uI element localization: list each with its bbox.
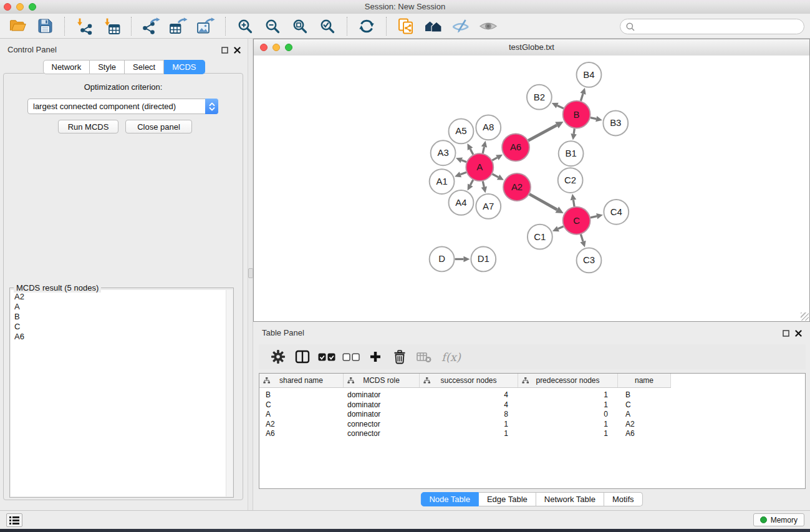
table-tab-network-table[interactable]: Network Table [536, 492, 604, 506]
network-canvas[interactable]: B4B2BB3B1A5A8A6A3AA1A2C2A4A7C4CC1C3DD1 [254, 56, 809, 321]
add-row-button[interactable] [366, 347, 385, 366]
table-row-A[interactable]: Adominator80A [259, 410, 805, 420]
table-panel-float-button[interactable] [781, 329, 790, 337]
mcds-result-item-a[interactable]: A [14, 302, 226, 312]
column-label: predecessor nodes [536, 376, 599, 385]
zoom-fit-icon [292, 18, 308, 34]
table-row-A6[interactable]: A6connector11A6 [259, 429, 805, 439]
export-image-button[interactable] [195, 16, 217, 37]
home-views-button[interactable] [422, 16, 445, 37]
table-row-A2[interactable]: A2connector11A2 [259, 420, 805, 430]
import-network-button[interactable] [73, 16, 95, 37]
divider-grabber[interactable] [248, 268, 253, 278]
zoom-fit-button[interactable] [289, 16, 311, 37]
table-options-button[interactable] [269, 347, 287, 366]
control-panel-close-button[interactable] [233, 46, 241, 54]
graph-edge-B-B3 [591, 118, 596, 119]
control-tab-network[interactable]: Network [42, 60, 90, 74]
zoom-selected-button[interactable] [316, 16, 339, 37]
column-header-MCDS-role[interactable]: MCDS role [344, 374, 420, 387]
control-tab-select[interactable]: Select [125, 60, 164, 74]
column-label: name [635, 376, 653, 385]
cell: A6 [259, 429, 344, 439]
graph-node-label-A2: A2 [511, 181, 523, 192]
zoom-in-button[interactable] [234, 16, 256, 37]
control-tab-style[interactable]: Style [90, 60, 125, 74]
import-table-button[interactable] [100, 16, 123, 37]
run-mcds-button[interactable]: Run MCDS [58, 120, 118, 133]
panel-split-divider[interactable] [248, 39, 253, 510]
open-session-button[interactable] [6, 16, 29, 37]
cell: 4 [420, 390, 518, 400]
export-table-button[interactable] [167, 16, 190, 37]
optimization-criterion-label: Optimization criterion: [4, 82, 243, 92]
app-titlebar: Session: New Session [0, 0, 810, 14]
close-panel-button[interactable]: Close panel [125, 120, 192, 133]
graph-node-label-A5: A5 [455, 125, 466, 136]
show-columns-button[interactable] [293, 347, 312, 366]
export-network-button[interactable] [140, 16, 162, 37]
cell: B [618, 390, 671, 400]
column-label: shared name [279, 376, 323, 385]
apply-layout-button[interactable] [355, 16, 378, 37]
function-builder-button[interactable]: f(x) [439, 347, 461, 366]
mcds-result-item-b[interactable]: B [14, 312, 226, 322]
table-tab-motifs[interactable]: Motifs [604, 492, 643, 506]
control-panel-float-button[interactable] [220, 46, 229, 54]
graph-edge-A-A7 [483, 181, 484, 187]
search-field[interactable] [620, 19, 804, 34]
delete-table-button[interactable] [415, 347, 433, 366]
mcds-result-item-c[interactable]: C [14, 322, 226, 332]
network-window-title: testGlobe.txt [254, 42, 809, 52]
show-hide-graphics-button[interactable] [477, 16, 499, 37]
table-tab-node-table[interactable]: Node Table [420, 492, 479, 506]
table-row-B[interactable]: Bdominator41B [259, 390, 805, 400]
zoom-out-button[interactable] [261, 16, 284, 37]
graph-edge-B-B2 [557, 105, 564, 109]
memory-status-button[interactable]: Memory [753, 513, 804, 526]
network-window-titlebar[interactable]: testGlobe.txt [254, 39, 809, 56]
clone-network-button[interactable] [395, 16, 417, 37]
graph-edge-B-B1 [574, 128, 574, 134]
unchecked-boxes-icon [342, 353, 360, 361]
cell: 8 [420, 410, 518, 420]
column-header-name[interactable]: name [618, 374, 671, 387]
graph-node-label-B2: B2 [534, 92, 545, 102]
graph-node-label-A8: A8 [483, 122, 494, 132]
graph-edge-A-A5 [470, 149, 473, 155]
criterion-dropdown[interactable]: largest connected component (directed) [27, 99, 218, 114]
open-folder-icon [9, 17, 27, 34]
column-label: MCDS role [363, 376, 400, 385]
column-header-predecessor-nodes[interactable]: predecessor nodes [518, 374, 618, 387]
houses-icon [424, 19, 443, 34]
mcds-result-item-a2[interactable]: A2 [14, 292, 226, 302]
session-title: Session: New Session [0, 2, 810, 11]
mcds-result-title: MCDS result (5 nodes) [14, 283, 101, 293]
cell: 1 [518, 390, 618, 400]
table-row-C[interactable]: Cdominator41C [259, 400, 805, 410]
control-tab-mcds[interactable]: MCDS [164, 60, 205, 74]
graph-edge-A-A8 [483, 147, 484, 153]
table-tab-edge-table[interactable]: Edge Table [479, 492, 536, 506]
window-resize-grip[interactable] [801, 312, 809, 321]
cell: 4 [420, 400, 518, 410]
task-history-button[interactable] [6, 513, 22, 527]
cell: B [259, 390, 344, 400]
cell: dominator [344, 410, 420, 420]
select-all-button[interactable] [317, 347, 336, 366]
column-header-shared-name[interactable]: shared name [259, 374, 344, 387]
table-panel-close-button[interactable] [794, 329, 803, 337]
zoom-selected-icon [319, 18, 335, 34]
toolbar-separator [386, 17, 387, 36]
result-scrollbar[interactable] [226, 290, 233, 496]
search-input[interactable] [638, 21, 804, 32]
save-session-button[interactable] [34, 16, 56, 37]
checked-boxes-icon [318, 353, 335, 361]
show-hide-annotations-button[interactable] [450, 16, 472, 37]
column-header-successor-nodes[interactable]: successor nodes [420, 374, 518, 387]
eye-icon [479, 19, 498, 33]
delete-rows-button[interactable] [390, 347, 409, 366]
deselect-all-button[interactable] [342, 347, 360, 366]
float-window-icon [221, 47, 228, 54]
mcds-result-item-a6[interactable]: A6 [14, 332, 226, 342]
